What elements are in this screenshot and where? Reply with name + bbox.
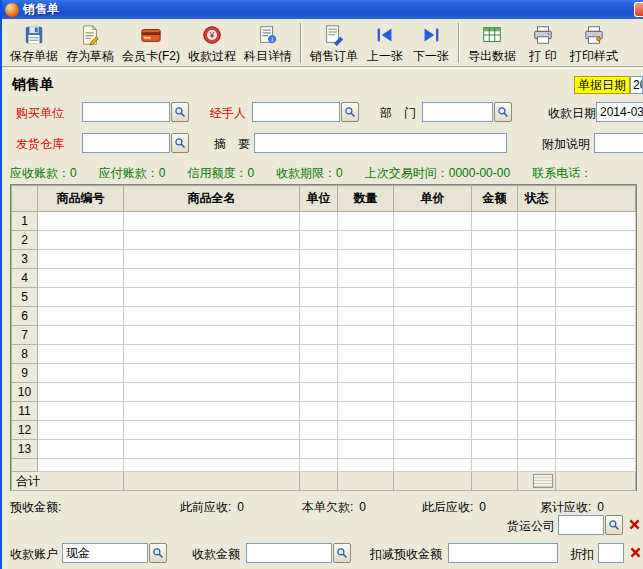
grid-cell[interactable] [518,269,556,288]
grid-cell[interactable] [518,231,556,250]
grid-cell[interactable] [38,269,124,288]
grid-cell[interactable] [338,212,394,231]
grid-cell[interactable] [394,288,472,307]
grid-cell[interactable] [338,345,394,364]
department-input[interactable] [422,102,493,122]
grid-cell[interactable] [556,326,636,345]
grid-cell[interactable] [556,345,636,364]
grid-cell[interactable] [338,269,394,288]
grid-cell[interactable] [518,307,556,326]
payment-process-button[interactable]: ¥ 收款过程 [184,21,240,66]
grid-cell[interactable] [556,383,636,402]
grid-cell[interactable] [518,326,556,345]
column-header[interactable]: 状态 [518,186,556,212]
buyer-input[interactable] [82,102,170,122]
grid-cell[interactable] [38,250,124,269]
grid-cell[interactable] [338,231,394,250]
grid-cell[interactable] [300,402,338,421]
grid-cell[interactable] [124,383,300,402]
grid-cell[interactable] [472,307,518,326]
grid-cell[interactable] [556,250,636,269]
grid-cell[interactable] [394,231,472,250]
grid-cell[interactable] [472,402,518,421]
grid-cell[interactable] [518,402,556,421]
grid-cell[interactable] [300,269,338,288]
department-lookup-button[interactable] [494,102,512,122]
freight-company-input[interactable] [558,515,604,535]
account-detail-button[interactable]: i 科目详情 [240,21,296,66]
grid-cell[interactable] [124,269,300,288]
grid-cell[interactable] [472,269,518,288]
grid-scroll-box[interactable] [533,474,553,488]
grid-cell[interactable] [394,307,472,326]
grid-cell[interactable] [300,307,338,326]
grid-cell[interactable] [472,383,518,402]
grid-cell[interactable] [518,421,556,440]
grid-cell[interactable] [300,250,338,269]
column-header[interactable]: 单位 [300,186,338,212]
grid-cell[interactable] [124,288,300,307]
warehouse-input[interactable] [82,133,170,153]
grid-cell[interactable] [38,440,124,459]
summary-input[interactable] [254,133,507,153]
extra-note-input[interactable] [594,133,643,153]
payment-account-input[interactable] [62,543,148,563]
grid-cell[interactable] [338,421,394,440]
grid-cell[interactable] [394,250,472,269]
grid-cell[interactable] [472,231,518,250]
grid-cell[interactable] [472,250,518,269]
grid-cell[interactable] [300,440,338,459]
grid-cell[interactable] [124,326,300,345]
grid-cell[interactable] [472,288,518,307]
payment-amount-lookup-button[interactable] [333,543,351,563]
grid-cell[interactable] [394,440,472,459]
close-button[interactable] [634,2,643,17]
grid-cell[interactable] [124,421,300,440]
grid-cell[interactable] [556,402,636,421]
grid-cell[interactable] [38,326,124,345]
grid-cell[interactable] [124,231,300,250]
handler-input[interactable] [252,102,340,122]
deduct-prepaid-input[interactable] [448,543,558,563]
grid-cell[interactable] [38,212,124,231]
grid-cell[interactable] [518,440,556,459]
freight-clear-button[interactable] [626,516,642,532]
column-header[interactable]: 商品编号 [38,186,124,212]
grid-cell[interactable] [338,440,394,459]
save-document-button[interactable]: 保存单据 [6,21,62,66]
grid-cell[interactable] [518,212,556,231]
grid-cell[interactable] [472,421,518,440]
grid-cell[interactable] [556,288,636,307]
grid-cell[interactable] [518,250,556,269]
payment-amount-input[interactable] [246,543,332,563]
handler-lookup-button[interactable] [341,102,359,122]
grid-cell[interactable] [472,326,518,345]
receipt-date-input[interactable] [596,102,643,122]
grid-cell[interactable] [556,269,636,288]
column-header[interactable]: 单价 [394,186,472,212]
grid-cell[interactable] [394,421,472,440]
grid-cell[interactable] [394,345,472,364]
grid-cell[interactable] [518,383,556,402]
grid-cell[interactable] [124,440,300,459]
grid-cell[interactable] [38,402,124,421]
grid-cell[interactable] [38,364,124,383]
freight-lookup-button[interactable] [605,515,623,535]
grid-cell[interactable] [338,288,394,307]
grid-cell[interactable] [124,345,300,364]
grid-cell[interactable] [38,288,124,307]
grid-cell[interactable] [124,307,300,326]
sales-order-button[interactable]: 销售订单 [306,21,362,66]
grid-cell[interactable] [394,383,472,402]
grid-cell[interactable] [124,402,300,421]
export-data-button[interactable]: 导出数据 [464,21,520,66]
document-date-field[interactable]: 2014-03-08 [630,76,643,94]
grid-cell[interactable] [338,402,394,421]
next-button[interactable]: 下一张 [408,21,454,66]
grid-cell[interactable] [300,326,338,345]
grid-cell[interactable] [556,421,636,440]
grid-cell[interactable] [556,440,636,459]
column-header[interactable]: 数量 [338,186,394,212]
grid-cell[interactable] [556,307,636,326]
grid-cell[interactable] [472,345,518,364]
